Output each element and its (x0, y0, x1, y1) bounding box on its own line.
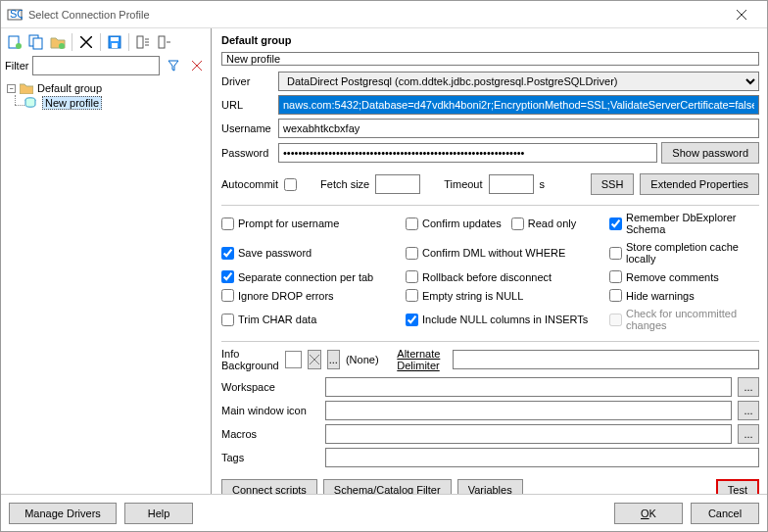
delete-icon[interactable] (76, 32, 96, 52)
separate-connection-checkbox[interactable]: Separate connection per tab (221, 270, 398, 283)
fetch-size-input[interactable] (375, 174, 420, 194)
extended-properties-button[interactable]: Extended Properties (640, 173, 759, 195)
left-toolbar (5, 32, 207, 52)
filter-input[interactable] (32, 56, 160, 75)
timeout-input[interactable] (489, 174, 534, 194)
footer: Manage Drivers Help OK Cancel (1, 494, 767, 531)
hide-warnings-checkbox[interactable]: Hide warnings (609, 289, 759, 302)
left-panel: Filter − Default group New profile (1, 28, 212, 494)
svg-rect-13 (112, 43, 118, 48)
schema-filter-button[interactable]: Schema/Catalog Filter (323, 479, 452, 494)
group-title: Default group (221, 34, 759, 46)
filter-funnel-icon[interactable] (164, 56, 183, 75)
url-input[interactable] (278, 95, 759, 115)
profile-name-input[interactable] (221, 52, 759, 66)
macros-input[interactable] (325, 424, 732, 444)
right-panel: Default group Driver DataDirect Postgres… (212, 28, 767, 494)
trim-char-checkbox[interactable]: Trim CHAR data (221, 308, 398, 331)
rollback-checkbox[interactable]: Rollback before disconnect (406, 270, 601, 283)
workspace-browse-button[interactable]: ... (738, 377, 759, 397)
folder-icon (20, 82, 33, 94)
info-bg-label: Info Background (221, 348, 279, 371)
macros-browse-button[interactable]: ... (738, 424, 759, 444)
driver-select[interactable]: DataDirect Postgresql (com.ddtek.jdbc.po… (278, 72, 759, 91)
tree-root[interactable]: − Default group (7, 81, 205, 95)
ssh-button[interactable]: SSH (591, 173, 635, 195)
filter-label: Filter (5, 60, 28, 72)
info-bg-browse-button[interactable]: ... (327, 350, 340, 369)
profile-icon (24, 97, 38, 109)
fetch-size-label: Fetch size (320, 178, 369, 190)
test-button[interactable]: Test (716, 479, 759, 494)
alt-delimiter-input[interactable] (453, 350, 759, 369)
manage-drivers-button[interactable]: Manage Drivers (9, 503, 117, 524)
svg-point-8 (59, 43, 65, 49)
copy-profile-icon[interactable] (26, 32, 46, 52)
username-label: Username (221, 122, 278, 134)
svg-point-5 (16, 43, 22, 49)
info-bg-clear-button[interactable] (308, 350, 320, 369)
tree-root-label: Default group (37, 82, 102, 94)
password-input[interactable] (278, 143, 657, 163)
svg-rect-15 (159, 36, 165, 48)
tree-child[interactable]: New profile (7, 95, 205, 111)
save-icon[interactable] (105, 32, 124, 52)
store-completion-checkbox[interactable]: Store completion cache locally (609, 241, 759, 265)
check-uncommitted-checkbox: Check for uncommitted changes (609, 308, 759, 331)
seconds-label: s (540, 178, 546, 190)
prompt-username-checkbox[interactable]: Prompt for username (221, 212, 398, 235)
collapse-icon[interactable] (155, 32, 174, 52)
workspace-label: Workspace (221, 381, 319, 393)
read-only-checkbox[interactable]: Read only (511, 212, 577, 235)
tags-input[interactable] (325, 448, 759, 467)
autocommit-checkbox[interactable] (284, 178, 297, 191)
remove-comments-checkbox[interactable]: Remove comments (609, 270, 759, 283)
help-button[interactable]: Help (124, 503, 193, 524)
driver-label: Driver (221, 75, 278, 87)
username-input[interactable] (278, 119, 759, 138)
alt-delimiter-label: Alternate Delimiter (397, 348, 447, 371)
main-window-icon-input[interactable] (325, 401, 732, 420)
timeout-label: Timeout (444, 178, 482, 190)
svg-text:SQL: SQL (10, 8, 23, 20)
cancel-button[interactable]: Cancel (691, 503, 759, 524)
svg-rect-7 (33, 38, 42, 49)
empty-null-checkbox[interactable]: Empty string is NULL (406, 289, 601, 302)
info-bg-swatch[interactable] (285, 351, 303, 368)
ok-button[interactable]: OK (614, 503, 683, 524)
save-password-checkbox[interactable]: Save password (221, 241, 398, 265)
ignore-drop-checkbox[interactable]: Ignore DROP errors (221, 289, 398, 302)
titlebar: SQL Select Connection Profile (1, 1, 767, 28)
include-null-checkbox[interactable]: Include NULL columns in INSERTs (406, 308, 601, 331)
svg-rect-14 (137, 36, 143, 48)
info-bg-none: (None) (346, 354, 379, 365)
svg-rect-12 (111, 37, 119, 41)
app-icon: SQL (7, 7, 23, 23)
autocommit-label: Autocommit (221, 178, 278, 190)
workspace-input[interactable] (325, 377, 732, 397)
filter-clear-icon[interactable] (187, 56, 207, 75)
tags-label: Tags (221, 452, 319, 463)
tree-collapse-icon[interactable]: − (7, 84, 16, 93)
window-title: Select Connection Profile (28, 9, 722, 21)
new-profile-icon[interactable] (5, 32, 24, 52)
main-window-icon-label: Main window icon (221, 405, 319, 416)
tree-child-label: New profile (42, 96, 102, 110)
new-folder-icon[interactable] (48, 32, 68, 52)
close-icon[interactable] (722, 1, 761, 28)
confirm-dml-checkbox[interactable]: Confirm DML without WHERE (406, 241, 601, 265)
main-window-icon-browse-button[interactable]: ... (738, 401, 759, 420)
show-password-button[interactable]: Show password (661, 142, 759, 164)
password-label: Password (221, 147, 278, 159)
profile-tree[interactable]: − Default group New profile (5, 79, 207, 494)
expand-icon[interactable] (133, 32, 153, 52)
macros-label: Macros (221, 428, 319, 440)
remember-dbexplorer-checkbox[interactable]: Remember DbExplorer Schema (609, 212, 759, 235)
confirm-updates-checkbox[interactable]: Confirm updates (406, 212, 502, 235)
url-label: URL (221, 99, 278, 111)
variables-button[interactable]: Variables (457, 479, 523, 494)
connect-scripts-button[interactable]: Connect scripts (221, 479, 317, 494)
